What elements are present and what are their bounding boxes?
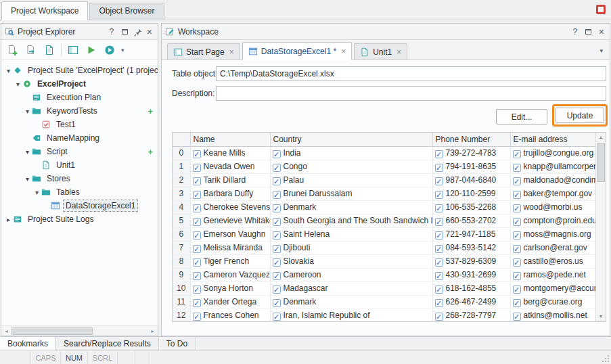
cell-country[interactable]: ✓South Georgia and The South Sandwich Is… — [270, 214, 432, 227]
cell-phone[interactable]: ✓739-272-4783 — [432, 146, 510, 160]
tree-item-datastorageexcel1[interactable]: DataStorageExcel1 — [1, 199, 158, 212]
edit-button[interactable]: Edit... — [496, 109, 547, 124]
cell-checkbox[interactable]: ✓ — [193, 313, 201, 321]
cell-email[interactable]: ✓carlson@erat.gov — [510, 241, 595, 254]
window-tab-object-browser[interactable]: Object Browser — [89, 3, 164, 20]
cell-checkbox[interactable]: ✓ — [193, 245, 201, 253]
scroll-right-icon[interactable]: ▸ — [148, 328, 158, 334]
collapse-icon[interactable]: ▾ — [23, 175, 32, 183]
cell-checkbox[interactable]: ✓ — [513, 313, 521, 321]
scroll-up-icon[interactable]: ▲ — [596, 133, 606, 142]
column-header-e-mail-address[interactable]: E-mail address — [510, 133, 595, 146]
table-row[interactable]: 7✓Melissa Miranda✓Djibouti✓084-593-5142✓… — [173, 241, 595, 254]
cell-phone[interactable]: ✓268-728-7797 — [432, 309, 510, 321]
tree-item-execution-plan[interactable]: Execution Plan — [1, 91, 158, 104]
cell-name[interactable]: ✓Xander Ortega — [190, 295, 270, 309]
cell-checkbox[interactable]: ✓ — [273, 204, 281, 212]
tree-item-namemapping[interactable]: NameMapping — [1, 131, 158, 145]
collapse-icon[interactable]: ▾ — [23, 148, 32, 156]
cell-checkbox[interactable]: ✓ — [513, 231, 521, 240]
help-icon[interactable]: ? — [107, 27, 116, 37]
resize-grip[interactable] — [600, 351, 611, 364]
doc-tab-start-page[interactable]: Start Page× — [167, 43, 240, 60]
add-item-button[interactable] — [5, 42, 21, 58]
cell-email[interactable]: ✓moss@magnis.org — [510, 227, 595, 241]
cell-checkbox[interactable]: ✓ — [435, 218, 443, 226]
cell-checkbox[interactable]: ✓ — [513, 299, 521, 307]
cell-phone[interactable]: ✓106-535-2268 — [432, 200, 510, 214]
cell-checkbox[interactable]: ✓ — [273, 245, 281, 253]
scroll-left-icon[interactable]: ◂ — [1, 328, 12, 334]
export-item-button[interactable] — [41, 42, 58, 58]
cell-checkbox[interactable]: ✓ — [435, 191, 443, 199]
table-row[interactable]: 9✓Cameron Vazquez✓Cameroon✓430-931-2699✓… — [173, 268, 595, 281]
panel-layout-button[interactable] — [65, 42, 81, 58]
cell-checkbox[interactable]: ✓ — [193, 218, 201, 226]
tab-close-icon[interactable]: × — [229, 47, 234, 57]
tree-item-stores[interactable]: ▾Stores — [1, 172, 158, 185]
cell-phone[interactable]: ✓084-593-5142 — [432, 241, 510, 254]
column-header-country[interactable]: Country — [270, 133, 432, 146]
cell-country[interactable]: ✓India — [270, 146, 432, 160]
column-header-name[interactable]: Name — [190, 133, 270, 146]
cell-checkbox[interactable]: ✓ — [435, 313, 443, 321]
cell-name[interactable]: ✓Nevada Owen — [190, 160, 270, 173]
cell-email[interactable]: ✓berg@curae.org — [510, 295, 595, 309]
expand-icon[interactable]: ▸ — [4, 216, 13, 223]
cell-checkbox[interactable]: ✓ — [435, 150, 443, 158]
table-row[interactable]: 10✓Sonya Horton✓Madagascar✓618-162-4855✓… — [173, 281, 595, 295]
grid-vertical-scrollbar[interactable]: ▲ ▼ — [595, 133, 606, 321]
cell-checkbox[interactable]: ✓ — [513, 164, 521, 172]
scrollbar-thumb[interactable] — [597, 143, 605, 182]
cell-country[interactable]: ✓Madagascar — [270, 281, 432, 295]
cell-checkbox[interactable]: ✓ — [513, 272, 521, 280]
table-row[interactable]: 0✓Keane Mills✓India✓739-272-4783✓trujill… — [173, 146, 595, 160]
cell-name[interactable]: ✓Cherokee Stevens — [190, 200, 270, 214]
tree-horizontal-scrollbar[interactable]: ◂ ▸ — [1, 325, 158, 336]
cell-checkbox[interactable]: ✓ — [273, 299, 281, 307]
cell-checkbox[interactable]: ✓ — [435, 164, 443, 172]
tree-item-tables[interactable]: ▾Tables — [1, 185, 158, 199]
tree-item-excelproject[interactable]: ▾ExcelProject — [1, 77, 158, 91]
table-row[interactable]: 6✓Emerson Vaughn✓Saint Helena✓721-947-11… — [173, 227, 595, 241]
cell-country[interactable]: ✓Djibouti — [270, 241, 432, 254]
cell-email[interactable]: ✓ramos@pede.net — [510, 268, 595, 281]
update-button[interactable]: Update — [556, 108, 604, 123]
cell-name[interactable]: ✓Cameron Vazquez — [190, 268, 270, 281]
close-icon[interactable]: × — [597, 28, 606, 36]
cell-checkbox[interactable]: ✓ — [435, 231, 443, 240]
cell-checkbox[interactable]: ✓ — [435, 258, 443, 267]
cell-checkbox[interactable]: ✓ — [273, 218, 281, 226]
doc-tab-unit1[interactable]: Unit1× — [354, 43, 407, 60]
window-tab-project-workspace[interactable]: Project Workspace — [1, 1, 88, 20]
cell-country[interactable]: ✓Cameroon — [270, 268, 432, 281]
cell-email[interactable]: ✓trujillo@congue.org — [510, 146, 595, 160]
column-header-rownum[interactable] — [173, 133, 190, 146]
cell-phone[interactable]: ✓660-553-2702 — [432, 214, 510, 227]
cell-checkbox[interactable]: ✓ — [513, 218, 521, 226]
add-child-button[interactable]: + — [148, 106, 153, 116]
tree-item-test1[interactable]: Test1 — [1, 118, 158, 131]
tab-list-dropdown-icon[interactable]: ▾ — [599, 47, 603, 54]
cell-name[interactable]: ✓Melissa Miranda — [190, 241, 270, 254]
cell-email[interactable]: ✓compton@proin.edu — [510, 214, 595, 227]
cell-phone[interactable]: ✓618-162-4855 — [432, 281, 510, 295]
cell-checkbox[interactable]: ✓ — [273, 150, 281, 158]
table-object-input[interactable] — [216, 66, 606, 81]
cell-checkbox[interactable]: ✓ — [435, 245, 443, 253]
help-icon[interactable]: ? — [570, 27, 580, 37]
cell-checkbox[interactable]: ✓ — [513, 258, 521, 267]
cell-checkbox[interactable]: ✓ — [435, 177, 443, 185]
cell-checkbox[interactable]: ✓ — [273, 231, 281, 240]
cell-checkbox[interactable]: ✓ — [273, 272, 281, 280]
cell-checkbox[interactable]: ✓ — [193, 150, 201, 158]
cell-name[interactable]: ✓Keane Mills — [190, 146, 270, 160]
cell-checkbox[interactable]: ✓ — [193, 231, 201, 240]
table-row[interactable]: 12✓Frances Cohen✓Iran, Islamic Republic … — [173, 309, 595, 321]
doc-tab-datastorageexcel1[interactable]: DataStorageExcel1 *× — [242, 42, 352, 60]
cell-name[interactable]: ✓Genevieve Whitaker — [190, 214, 270, 227]
collapse-icon[interactable]: ▾ — [23, 108, 32, 115]
cell-checkbox[interactable]: ✓ — [513, 204, 521, 212]
tab-close-icon[interactable]: × — [341, 47, 346, 56]
cell-country[interactable]: ✓Saint Helena — [270, 227, 432, 241]
